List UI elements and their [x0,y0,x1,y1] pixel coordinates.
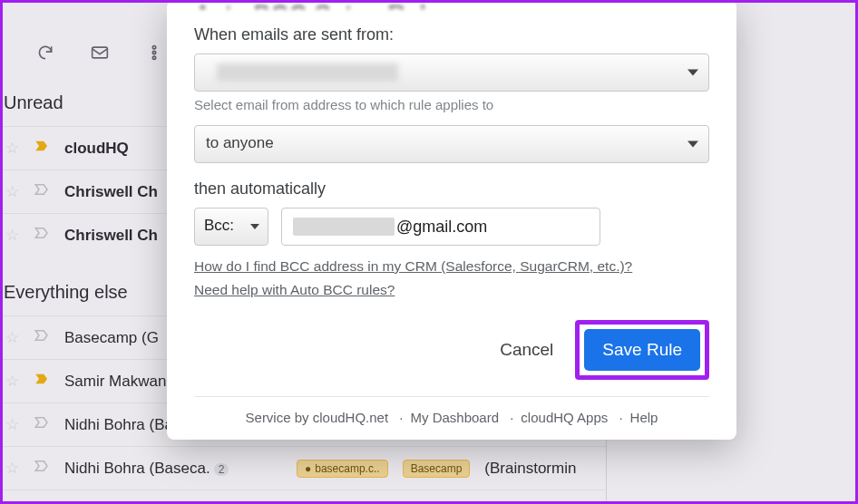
then-label: then automatically [194,179,709,199]
recipient-scope-select[interactable]: to anyone [194,125,709,163]
dashboard-link[interactable]: My Dashboard [410,410,499,425]
modal-title: Auto BCC Setup Rules [194,0,709,9]
redacted-text [293,218,395,236]
modal-footer: Service by cloudHQ.net ·My Dashboard ·cl… [194,396,709,431]
auto-bcc-modal: Auto BCC Setup Rules When emails are sen… [167,0,736,440]
help-link[interactable]: Help [630,410,658,425]
save-rule-button[interactable]: Save Rule [584,329,700,371]
bcc-email-input[interactable]: @gmail.com [281,208,600,246]
bcc-type-select[interactable]: Bcc: [194,208,268,246]
crm-help-link[interactable]: How do I find BCC address in my CRM (Sal… [194,258,709,275]
apps-link[interactable]: cloudHQ Apps [521,410,608,425]
cancel-button[interactable]: Cancel [500,340,553,360]
rules-help-link[interactable]: Need help with Auto BCC rules? [194,282,709,298]
from-helper: Select email from address to which rule … [194,97,709,112]
from-address-select[interactable] [194,53,709,92]
brand-link[interactable]: cloudHQ.net [313,410,388,425]
when-label: When emails are sent from: [194,25,709,44]
save-highlight: Save Rule [575,320,709,380]
